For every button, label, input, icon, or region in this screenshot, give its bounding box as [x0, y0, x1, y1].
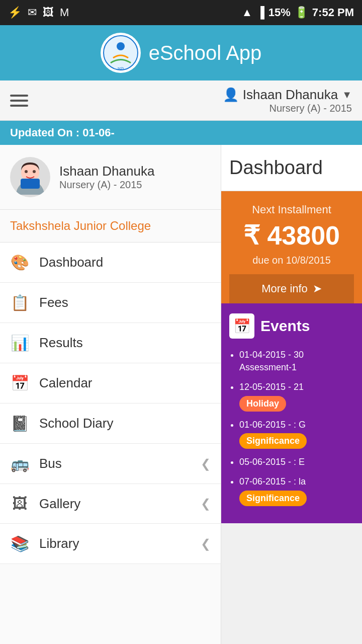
- event-date: 05-06-2015 - : E: [239, 457, 305, 467]
- status-right: ▲ ▐ 15% 🔋 7:52 PM: [241, 6, 354, 19]
- sidebar-item-calendar[interactable]: 📅 Calendar: [0, 363, 221, 404]
- right-panel: Dashboard Next Installment ₹ 43800 due o…: [221, 145, 362, 644]
- profile-class: Nursery (A) - 2015: [59, 179, 154, 191]
- svg-text:sch: sch: [117, 66, 123, 70]
- gallery-label: Gallery: [39, 496, 191, 512]
- user-name: Ishaan Dhanuka: [243, 87, 338, 103]
- school-name: Takshshela Junior College: [0, 210, 221, 243]
- calendar-icon: 📅: [229, 313, 254, 339]
- bus-icon: 🚌: [10, 455, 29, 472]
- events-header: 📅 Events: [229, 313, 354, 339]
- profile-section: Ishaan Dhanuka Nursery (A) - 2015: [0, 145, 221, 210]
- gmail-icon: M: [60, 6, 69, 19]
- event-date: 12-05-2015 - 21: [239, 382, 304, 392]
- user-class: Nursery (A) - 2015: [269, 103, 352, 114]
- svg-point-6: [25, 170, 28, 173]
- event-date: 01-06-2015 - : G: [239, 420, 306, 430]
- sub-header: 👤 Ishaan Dhanuka ▼ Nursery (A) - 2015: [0, 80, 362, 121]
- results-label: Results: [39, 335, 211, 351]
- app-header: sch eSchool App: [0, 25, 362, 80]
- profile-text: Ishaan Dhanuka Nursery (A) - 2015: [59, 164, 154, 191]
- dashboard-icon: 🎨: [10, 254, 29, 271]
- event-description: Assessment-1: [239, 362, 297, 372]
- time-display: 7:52 PM: [312, 6, 354, 19]
- fees-amount: ₹ 43800: [229, 220, 354, 251]
- library-icon: 📚: [10, 535, 29, 552]
- user-person-icon: 👤: [223, 87, 239, 103]
- fees-card: Next Installment ₹ 43800 due on 10/8/201…: [221, 191, 362, 303]
- dropdown-arrow-icon: ▼: [342, 89, 352, 101]
- status-icons: ⚡ ✉ 🖼 M: [8, 6, 69, 19]
- event-date: 07-06-2015 - : la: [239, 476, 306, 487]
- update-text: Updated On : 01-06-: [10, 126, 115, 139]
- usb-icon: ⚡: [8, 6, 22, 19]
- image-icon: 🖼: [43, 6, 54, 19]
- more-info-label: More info: [261, 282, 308, 295]
- fees-due-date: due on 10/8/2015: [229, 255, 354, 266]
- event-date: 01-04-2015 - 30: [239, 350, 304, 360]
- hamburger-line-3: [10, 105, 28, 107]
- event-list-item: 01-06-2015 - : GSignificance: [239, 419, 354, 449]
- calendar-icon: 📅: [10, 374, 29, 392]
- events-card: 📅 Events 01-04-2015 - 30 Assessment-112-…: [221, 303, 362, 523]
- event-badge: Holiday: [239, 396, 286, 412]
- school-diary-label: School Diary: [39, 416, 211, 431]
- signal-icon: ▐: [256, 6, 264, 19]
- hamburger-line-1: [10, 95, 28, 97]
- library-label: Library: [39, 536, 191, 551]
- update-banner: Updated On : 01-06-: [0, 121, 362, 145]
- sidebar-item-results[interactable]: 📊 Results: [0, 323, 221, 363]
- sidebar-item-school-diary[interactable]: 📓 School Diary: [0, 404, 221, 444]
- event-list-item: 01-04-2015 - 30 Assessment-1: [239, 349, 354, 374]
- sidebar-item-bus[interactable]: 🚌 Bus ❮: [0, 444, 221, 484]
- sidebar-item-dashboard[interactable]: 🎨 Dashboard: [0, 243, 221, 283]
- mail-icon: ✉: [28, 6, 37, 19]
- sidebar-item-library[interactable]: 📚 Library ❮: [0, 524, 221, 564]
- more-info-arrow-icon: ➤: [313, 282, 322, 295]
- hamburger-line-2: [10, 100, 28, 102]
- dashboard-label: Dashboard: [39, 255, 211, 270]
- event-list-item: 07-06-2015 - : laSignificance: [239, 475, 354, 506]
- nav-items-container: 🎨 Dashboard 📋 Fees 📊 Results 📅 Calendar …: [0, 243, 221, 564]
- bus-label: Bus: [39, 456, 191, 471]
- svg-point-1: [117, 42, 125, 50]
- event-badge: Significance: [239, 491, 307, 506]
- user-name-row[interactable]: 👤 Ishaan Dhanuka ▼: [223, 87, 352, 103]
- fees-label: Fees: [39, 295, 211, 310]
- app-title: eSchool App: [149, 42, 262, 64]
- hamburger-menu[interactable]: [10, 95, 28, 107]
- results-icon: 📊: [10, 334, 29, 352]
- status-bar: ⚡ ✉ 🖼 M ▲ ▐ 15% 🔋 7:52 PM: [0, 0, 362, 25]
- sidebar: Ishaan Dhanuka Nursery (A) - 2015 Takshs…: [0, 145, 221, 644]
- avatar: [10, 157, 50, 197]
- event-badge: Significance: [239, 433, 307, 449]
- school-diary-icon: 📓: [10, 415, 29, 432]
- events-list: 01-04-2015 - 30 Assessment-112-05-2015 -…: [229, 349, 354, 506]
- gallery-arrow-icon: ❮: [201, 497, 211, 511]
- battery-text: 15%: [268, 6, 291, 19]
- event-list-item: 12-05-2015 - 21Holiday: [239, 381, 354, 411]
- sidebar-item-fees[interactable]: 📋 Fees: [0, 283, 221, 323]
- calendar-label: Calendar: [39, 375, 211, 391]
- app-logo: sch: [101, 33, 141, 73]
- wifi-icon: ▲: [241, 6, 252, 19]
- fees-more-info-button[interactable]: More info ➤: [229, 274, 354, 303]
- svg-rect-5: [21, 179, 40, 189]
- fees-next-installment-label: Next Installment: [229, 203, 354, 216]
- svg-point-7: [33, 170, 36, 173]
- battery-icon: 🔋: [295, 6, 308, 19]
- dashboard-title: Dashboard: [221, 145, 362, 191]
- profile-name: Ishaan Dhanuka: [59, 164, 154, 179]
- event-list-item: 05-06-2015 - : E: [239, 456, 354, 468]
- gallery-icon: 🖼: [10, 495, 29, 512]
- svg-point-0: [104, 36, 138, 70]
- events-title: Events: [260, 317, 310, 335]
- sidebar-item-gallery[interactable]: 🖼 Gallery ❮: [0, 484, 221, 524]
- bus-arrow-icon: ❮: [201, 457, 211, 471]
- library-arrow-icon: ❮: [201, 537, 211, 551]
- user-info: 👤 Ishaan Dhanuka ▼ Nursery (A) - 2015: [223, 87, 352, 114]
- below-banner: Ishaan Dhanuka Nursery (A) - 2015 Takshs…: [0, 145, 362, 644]
- fees-icon: 📋: [10, 294, 29, 311]
